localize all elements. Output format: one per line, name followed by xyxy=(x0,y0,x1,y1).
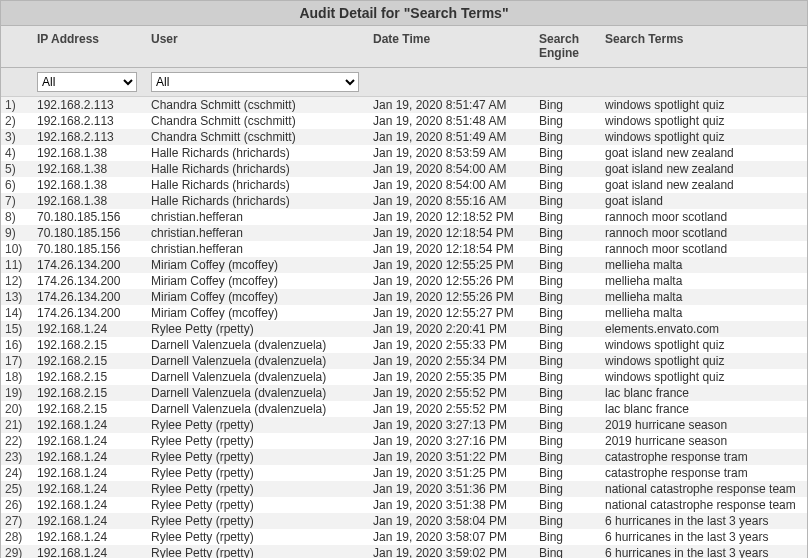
cell-ip: 192.168.2.113 xyxy=(31,129,145,145)
user-filter-select[interactable]: All xyxy=(151,72,359,92)
column-header-terms[interactable]: Search Terms xyxy=(599,32,807,61)
table-row[interactable]: 24)192.168.1.24Rylee Petty (rpetty)Jan 1… xyxy=(1,465,807,481)
cell-terms: mellieha malta xyxy=(599,273,807,289)
cell-index: 18) xyxy=(1,369,31,385)
cell-dt: Jan 19, 2020 8:51:49 AM xyxy=(367,129,533,145)
cell-terms: elements.envato.com xyxy=(599,321,807,337)
cell-terms: 6 hurricanes in the last 3 years xyxy=(599,545,807,558)
table-row[interactable]: 28)192.168.1.24Rylee Petty (rpetty)Jan 1… xyxy=(1,529,807,545)
cell-terms: 6 hurricanes in the last 3 years xyxy=(599,529,807,545)
cell-ip: 174.26.134.200 xyxy=(31,289,145,305)
cell-ip: 192.168.2.113 xyxy=(31,97,145,113)
cell-user: Darnell Valenzuela (dvalenzuela) xyxy=(145,353,367,369)
column-header-ip[interactable]: IP Address xyxy=(31,32,145,61)
cell-index: 9) xyxy=(1,225,31,241)
cell-user: Halle Richards (hrichards) xyxy=(145,161,367,177)
cell-index: 16) xyxy=(1,337,31,353)
column-header-row: IP Address User Date Time Search Engine … xyxy=(1,26,807,68)
cell-ip: 192.168.1.38 xyxy=(31,193,145,209)
table-row[interactable]: 7)192.168.1.38Halle Richards (hrichards)… xyxy=(1,193,807,209)
cell-dt: Jan 19, 2020 2:20:41 PM xyxy=(367,321,533,337)
table-row[interactable]: 3)192.168.2.113Chandra Schmitt (cschmitt… xyxy=(1,129,807,145)
cell-index: 24) xyxy=(1,465,31,481)
cell-index: 6) xyxy=(1,177,31,193)
table-row[interactable]: 12)174.26.134.200Miriam Coffey (mcoffey)… xyxy=(1,273,807,289)
table-row[interactable]: 26)192.168.1.24Rylee Petty (rpetty)Jan 1… xyxy=(1,497,807,513)
cell-ip: 192.168.1.38 xyxy=(31,177,145,193)
table-row[interactable]: 13)174.26.134.200Miriam Coffey (mcoffey)… xyxy=(1,289,807,305)
cell-dt: Jan 19, 2020 2:55:33 PM xyxy=(367,337,533,353)
cell-engine: Bing xyxy=(533,273,599,289)
table-row[interactable]: 22)192.168.1.24Rylee Petty (rpetty)Jan 1… xyxy=(1,433,807,449)
cell-engine: Bing xyxy=(533,417,599,433)
table-row[interactable]: 9)70.180.185.156christian.hefferanJan 19… xyxy=(1,225,807,241)
cell-dt: Jan 19, 2020 12:55:25 PM xyxy=(367,257,533,273)
cell-terms: goat island new zealand xyxy=(599,145,807,161)
table-row[interactable]: 14)174.26.134.200Miriam Coffey (mcoffey)… xyxy=(1,305,807,321)
cell-engine: Bing xyxy=(533,513,599,529)
table-row[interactable]: 4)192.168.1.38Halle Richards (hrichards)… xyxy=(1,145,807,161)
cell-user: Halle Richards (hrichards) xyxy=(145,177,367,193)
column-header-user[interactable]: User xyxy=(145,32,367,61)
table-row[interactable]: 29)192.168.1.24Rylee Petty (rpetty)Jan 1… xyxy=(1,545,807,558)
cell-index: 26) xyxy=(1,497,31,513)
cell-user: Rylee Petty (rpetty) xyxy=(145,321,367,337)
cell-dt: Jan 19, 2020 12:55:26 PM xyxy=(367,289,533,305)
cell-engine: Bing xyxy=(533,337,599,353)
column-header-engine[interactable]: Search Engine xyxy=(533,32,599,61)
cell-terms: lac blanc france xyxy=(599,401,807,417)
cell-index: 7) xyxy=(1,193,31,209)
cell-ip: 192.168.2.15 xyxy=(31,353,145,369)
table-row[interactable]: 15)192.168.1.24Rylee Petty (rpetty)Jan 1… xyxy=(1,321,807,337)
cell-index: 20) xyxy=(1,401,31,417)
table-row[interactable]: 16)192.168.2.15Darnell Valenzuela (dvale… xyxy=(1,337,807,353)
cell-terms: 2019 hurricane season xyxy=(599,433,807,449)
cell-engine: Bing xyxy=(533,113,599,129)
table-row[interactable]: 20)192.168.2.15Darnell Valenzuela (dvale… xyxy=(1,401,807,417)
column-header-index xyxy=(1,32,31,61)
cell-index: 19) xyxy=(1,385,31,401)
cell-dt: Jan 19, 2020 8:51:48 AM xyxy=(367,113,533,129)
cell-engine: Bing xyxy=(533,305,599,321)
table-row[interactable]: 5)192.168.1.38Halle Richards (hrichards)… xyxy=(1,161,807,177)
cell-dt: Jan 19, 2020 8:55:16 AM xyxy=(367,193,533,209)
cell-engine: Bing xyxy=(533,321,599,337)
table-row[interactable]: 21)192.168.1.24Rylee Petty (rpetty)Jan 1… xyxy=(1,417,807,433)
table-row[interactable]: 19)192.168.2.15Darnell Valenzuela (dvale… xyxy=(1,385,807,401)
cell-ip: 174.26.134.200 xyxy=(31,273,145,289)
cell-index: 8) xyxy=(1,209,31,225)
cell-user: Darnell Valenzuela (dvalenzuela) xyxy=(145,369,367,385)
cell-index: 1) xyxy=(1,97,31,113)
cell-dt: Jan 19, 2020 3:51:25 PM xyxy=(367,465,533,481)
cell-dt: Jan 19, 2020 8:51:47 AM xyxy=(367,97,533,113)
cell-ip: 192.168.1.24 xyxy=(31,321,145,337)
cell-engine: Bing xyxy=(533,129,599,145)
column-header-datetime[interactable]: Date Time xyxy=(367,32,533,61)
table-row[interactable]: 1)192.168.2.113Chandra Schmitt (cschmitt… xyxy=(1,97,807,113)
table-row[interactable]: 10)70.180.185.156christian.hefferanJan 1… xyxy=(1,241,807,257)
cell-user: Miriam Coffey (mcoffey) xyxy=(145,305,367,321)
table-row[interactable]: 6)192.168.1.38Halle Richards (hrichards)… xyxy=(1,177,807,193)
table-row[interactable]: 8)70.180.185.156christian.hefferanJan 19… xyxy=(1,209,807,225)
ip-filter-select[interactable]: All xyxy=(37,72,137,92)
cell-user: Darnell Valenzuela (dvalenzuela) xyxy=(145,401,367,417)
cell-ip: 192.168.2.15 xyxy=(31,385,145,401)
cell-ip: 192.168.1.24 xyxy=(31,465,145,481)
cell-dt: Jan 19, 2020 12:18:54 PM xyxy=(367,241,533,257)
cell-engine: Bing xyxy=(533,497,599,513)
cell-terms: windows spotlight quiz xyxy=(599,97,807,113)
cell-terms: national catastrophe response team xyxy=(599,497,807,513)
table-row[interactable]: 18)192.168.2.15Darnell Valenzuela (dvale… xyxy=(1,369,807,385)
table-row[interactable]: 23)192.168.1.24Rylee Petty (rpetty)Jan 1… xyxy=(1,449,807,465)
cell-dt: Jan 19, 2020 3:27:13 PM xyxy=(367,417,533,433)
cell-terms: goat island xyxy=(599,193,807,209)
table-row[interactable]: 11)174.26.134.200Miriam Coffey (mcoffey)… xyxy=(1,257,807,273)
table-row[interactable]: 25)192.168.1.24Rylee Petty (rpetty)Jan 1… xyxy=(1,481,807,497)
cell-user: Rylee Petty (rpetty) xyxy=(145,497,367,513)
table-row[interactable]: 27)192.168.1.24Rylee Petty (rpetty)Jan 1… xyxy=(1,513,807,529)
cell-terms: rannoch moor scotland xyxy=(599,209,807,225)
table-row[interactable]: 2)192.168.2.113Chandra Schmitt (cschmitt… xyxy=(1,113,807,129)
cell-terms: 6 hurricanes in the last 3 years xyxy=(599,513,807,529)
table-row[interactable]: 17)192.168.2.15Darnell Valenzuela (dvale… xyxy=(1,353,807,369)
cell-user: Halle Richards (hrichards) xyxy=(145,193,367,209)
